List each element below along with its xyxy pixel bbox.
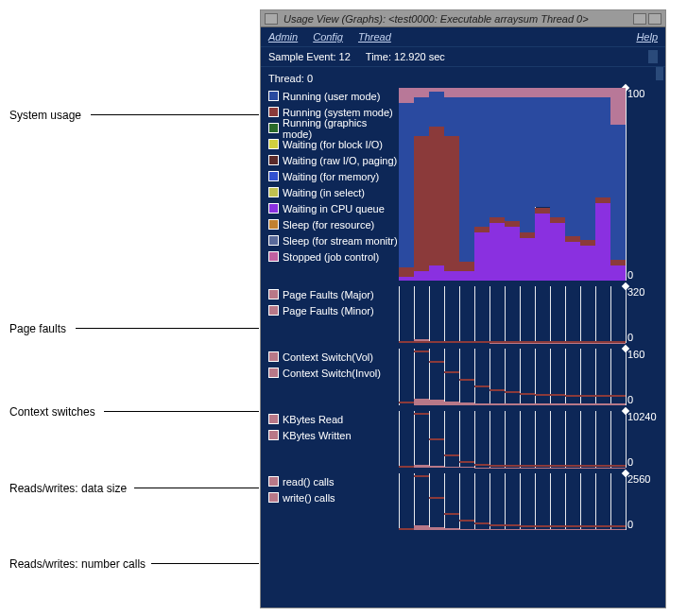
legend-label: Context Switch(Invol) xyxy=(283,368,381,379)
legend-label: Sleep (for resource) xyxy=(283,219,374,231)
annotation-context-switches: Context switches xyxy=(9,405,95,419)
chart-context-switches: Context Switch(Vol)Context Switch(Invol)… xyxy=(268,349,658,405)
menu-config[interactable]: Config xyxy=(313,31,343,43)
legend-label: Waiting (raw I/O, paging) xyxy=(283,155,397,166)
window-menu-icon[interactable] xyxy=(265,13,278,25)
legend-label: read() calls xyxy=(283,476,334,488)
menu-thread[interactable]: Thread xyxy=(358,31,391,43)
eventbar: Sample Event: 12 Time: 12.920 sec xyxy=(261,46,665,67)
legend-label: Sleep (for stream monitr) xyxy=(283,235,398,247)
legend-item: Waiting (for block I/O) xyxy=(268,136,399,152)
legend-item: Page Faults (Minor) xyxy=(268,302,399,318)
menu-help[interactable]: Help xyxy=(636,31,658,43)
legend-swatch-icon xyxy=(268,171,279,181)
chart-page-faults: Page Faults (Major)Page Faults (Minor) 3… xyxy=(268,286,658,343)
legend-swatch-icon xyxy=(268,251,279,262)
ymin-label: 0 xyxy=(627,332,633,343)
legend-swatch-icon xyxy=(268,492,279,503)
menu-admin[interactable]: Admin xyxy=(268,31,298,43)
legend-swatch-icon xyxy=(268,368,279,378)
legend-label: KBytes Read xyxy=(283,414,343,425)
legend-item: write() calls xyxy=(268,489,399,505)
chart-area-context-switches[interactable] xyxy=(399,349,626,405)
window-title: Usage View (Graphs): <test0000: Executab… xyxy=(283,13,633,25)
legend-swatch-icon xyxy=(268,414,279,424)
legend-label: Running (user mode) xyxy=(283,91,380,102)
legend-swatch-icon xyxy=(268,187,279,197)
annotation-line xyxy=(104,411,259,412)
legend-swatch-icon xyxy=(268,430,279,440)
eventbar-handle-icon[interactable] xyxy=(648,50,658,63)
ymax-label: 100 xyxy=(627,88,644,99)
legend-label: Running (graphics mode) xyxy=(283,117,399,140)
ymax-label: 320 xyxy=(627,286,644,298)
thread-label: Thread: 0 xyxy=(268,73,658,84)
legend-swatch-icon xyxy=(268,155,279,165)
ymin-label: 0 xyxy=(627,394,633,405)
ymax-label: 160 xyxy=(627,349,644,360)
annotation-page-faults: Page faults xyxy=(9,322,66,335)
legend-label: Waiting (for block I/O) xyxy=(283,139,383,150)
legend-label: Context Switch(Vol) xyxy=(283,351,373,363)
legend-label: Page Faults (Minor) xyxy=(283,305,374,317)
annotation-system-usage: System usage xyxy=(9,109,81,122)
legend-swatch-icon xyxy=(268,235,279,246)
legend-item: Context Switch(Vol) xyxy=(268,349,399,365)
annotation-line xyxy=(134,488,259,488)
chart-area-kbytes[interactable] xyxy=(399,411,626,468)
legend-label: Waiting (in select) xyxy=(283,187,365,198)
maximize-button[interactable] xyxy=(648,13,661,25)
legend-swatch-icon xyxy=(268,91,279,101)
chart-kbytes: KBytes ReadKBytes Written 10240 0 xyxy=(268,411,658,468)
legend-label: KBytes Written xyxy=(283,430,352,441)
chart-area-page-faults[interactable] xyxy=(399,286,626,343)
legend-item: Sleep (for stream monitr) xyxy=(268,232,399,248)
legend-item: Page Faults (Major) xyxy=(268,286,399,302)
chart-calls: read() callswrite() calls 2560 0 xyxy=(268,473,658,530)
legend-swatch-icon xyxy=(268,107,279,117)
legend-item: KBytes Read xyxy=(268,411,399,427)
ymin-label: 0 xyxy=(627,269,633,281)
legend-swatch-icon xyxy=(268,289,279,299)
legend-item: Waiting in CPU queue xyxy=(268,200,399,216)
legend-item: Sleep (for resource) xyxy=(268,216,399,232)
legend-label: Waiting (for memory) xyxy=(283,171,379,182)
legend-item: Waiting (for memory) xyxy=(268,168,399,184)
legend-swatch-icon xyxy=(268,123,279,133)
legend-swatch-icon xyxy=(268,351,279,362)
legend-swatch-icon xyxy=(268,139,279,149)
annotation-line xyxy=(91,114,259,115)
legend-item: Waiting (raw I/O, paging) xyxy=(268,152,399,168)
annotation-data-size: Reads/writes: data size xyxy=(9,482,127,495)
legend-item: Running (graphics mode) xyxy=(268,120,399,136)
chart-area-calls[interactable] xyxy=(399,473,626,530)
minimize-button[interactable] xyxy=(633,13,646,25)
ymin-label: 0 xyxy=(627,456,633,468)
ymax-label: 10240 xyxy=(627,411,657,422)
legend-item: KBytes Written xyxy=(268,427,399,443)
legend-swatch-icon xyxy=(268,219,279,230)
annotation-number-calls: Reads/writes: number calls xyxy=(9,557,146,571)
legend-label: write() calls xyxy=(283,492,335,504)
legend-swatch-icon xyxy=(268,203,279,214)
chart-system-usage: Running (user mode)Running (system mode)… xyxy=(268,88,658,281)
legend-item: Waiting (in select) xyxy=(268,184,399,200)
annotation-line xyxy=(151,563,259,564)
chart-area-system-usage[interactable] xyxy=(399,88,626,281)
usage-view-window: Usage View (Graphs): <test0000: Executab… xyxy=(260,9,666,608)
legend-item: Running (user mode) xyxy=(268,88,399,104)
legend-label: Waiting in CPU queue xyxy=(283,203,385,214)
legend-item: read() calls xyxy=(268,473,399,489)
legend-swatch-icon xyxy=(268,305,279,316)
sample-event-label: Sample Event: 12 xyxy=(268,51,351,62)
ymax-label: 2560 xyxy=(627,473,650,485)
time-label: Time: 12.920 sec xyxy=(366,51,445,62)
legend-swatch-icon xyxy=(268,476,279,487)
menubar: Admin Config Thread Help xyxy=(261,27,665,46)
titlebar[interactable]: Usage View (Graphs): <test0000: Executab… xyxy=(261,10,665,27)
legend-item: Stopped (job control) xyxy=(268,248,399,265)
legend-item: Context Switch(Invol) xyxy=(268,365,399,381)
annotation-line xyxy=(76,328,259,329)
scroll-handle-icon[interactable] xyxy=(656,67,663,80)
ymin-label: 0 xyxy=(627,519,633,530)
